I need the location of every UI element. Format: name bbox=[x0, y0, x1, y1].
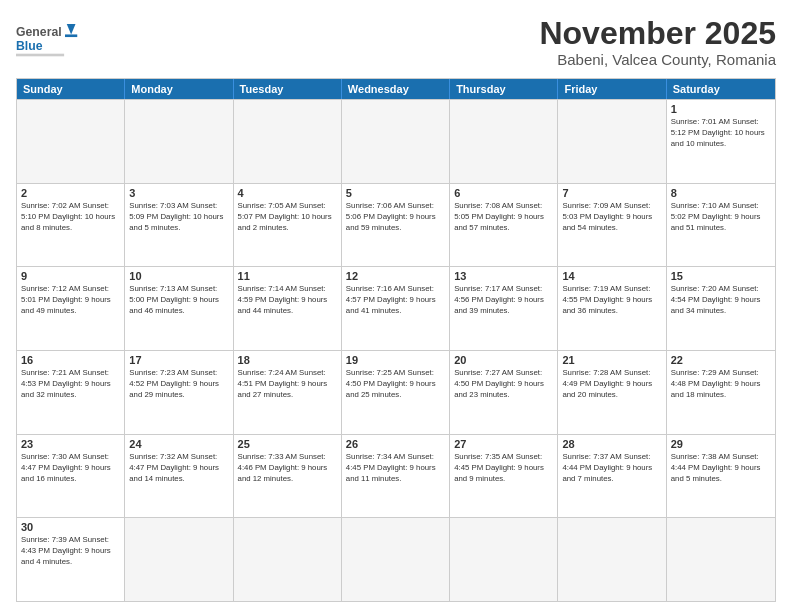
day-number-14: 14 bbox=[562, 270, 661, 282]
day-info-27: Sunrise: 7:35 AM Sunset: 4:45 PM Dayligh… bbox=[454, 452, 553, 485]
calendar-cell-5-0: 30Sunrise: 7:39 AM Sunset: 4:43 PM Dayli… bbox=[17, 518, 125, 601]
day-number-17: 17 bbox=[129, 354, 228, 366]
calendar-cell-3-3: 19Sunrise: 7:25 AM Sunset: 4:50 PM Dayli… bbox=[342, 351, 450, 434]
svg-text:General: General bbox=[16, 25, 62, 39]
day-info-30: Sunrise: 7:39 AM Sunset: 4:43 PM Dayligh… bbox=[21, 535, 120, 568]
page: General Blue November 2025 Babeni, Valce… bbox=[0, 0, 792, 612]
day-info-15: Sunrise: 7:20 AM Sunset: 4:54 PM Dayligh… bbox=[671, 284, 771, 317]
day-number-4: 4 bbox=[238, 187, 337, 199]
day-number-28: 28 bbox=[562, 438, 661, 450]
day-number-29: 29 bbox=[671, 438, 771, 450]
day-info-2: Sunrise: 7:02 AM Sunset: 5:10 PM Dayligh… bbox=[21, 201, 120, 234]
day-info-25: Sunrise: 7:33 AM Sunset: 4:46 PM Dayligh… bbox=[238, 452, 337, 485]
day-info-10: Sunrise: 7:13 AM Sunset: 5:00 PM Dayligh… bbox=[129, 284, 228, 317]
day-info-21: Sunrise: 7:28 AM Sunset: 4:49 PM Dayligh… bbox=[562, 368, 661, 401]
day-info-20: Sunrise: 7:27 AM Sunset: 4:50 PM Dayligh… bbox=[454, 368, 553, 401]
calendar-cell-3-5: 21Sunrise: 7:28 AM Sunset: 4:49 PM Dayli… bbox=[558, 351, 666, 434]
day-number-8: 8 bbox=[671, 187, 771, 199]
calendar-row-0: 1Sunrise: 7:01 AM Sunset: 5:12 PM Daylig… bbox=[17, 99, 775, 183]
day-number-23: 23 bbox=[21, 438, 120, 450]
title-area: November 2025 Babeni, Valcea County, Rom… bbox=[539, 16, 776, 68]
calendar-cell-2-5: 14Sunrise: 7:19 AM Sunset: 4:55 PM Dayli… bbox=[558, 267, 666, 350]
calendar-cell-0-0 bbox=[17, 100, 125, 183]
logo-svg: General Blue bbox=[16, 16, 86, 66]
calendar-cell-5-2 bbox=[234, 518, 342, 601]
calendar-cell-4-3: 26Sunrise: 7:34 AM Sunset: 4:45 PM Dayli… bbox=[342, 435, 450, 518]
day-info-17: Sunrise: 7:23 AM Sunset: 4:52 PM Dayligh… bbox=[129, 368, 228, 401]
calendar-cell-4-5: 28Sunrise: 7:37 AM Sunset: 4:44 PM Dayli… bbox=[558, 435, 666, 518]
day-info-6: Sunrise: 7:08 AM Sunset: 5:05 PM Dayligh… bbox=[454, 201, 553, 234]
header-saturday: Saturday bbox=[667, 79, 775, 99]
calendar-cell-3-6: 22Sunrise: 7:29 AM Sunset: 4:48 PM Dayli… bbox=[667, 351, 775, 434]
day-number-26: 26 bbox=[346, 438, 445, 450]
day-number-7: 7 bbox=[562, 187, 661, 199]
calendar-row-1: 2Sunrise: 7:02 AM Sunset: 5:10 PM Daylig… bbox=[17, 183, 775, 267]
calendar-cell-0-4 bbox=[450, 100, 558, 183]
calendar-cell-1-6: 8Sunrise: 7:10 AM Sunset: 5:02 PM Daylig… bbox=[667, 184, 775, 267]
day-number-12: 12 bbox=[346, 270, 445, 282]
day-number-3: 3 bbox=[129, 187, 228, 199]
header-thursday: Thursday bbox=[450, 79, 558, 99]
calendar-cell-4-4: 27Sunrise: 7:35 AM Sunset: 4:45 PM Dayli… bbox=[450, 435, 558, 518]
day-number-6: 6 bbox=[454, 187, 553, 199]
day-info-3: Sunrise: 7:03 AM Sunset: 5:09 PM Dayligh… bbox=[129, 201, 228, 234]
calendar-cell-5-3 bbox=[342, 518, 450, 601]
calendar-row-5: 30Sunrise: 7:39 AM Sunset: 4:43 PM Dayli… bbox=[17, 517, 775, 601]
day-number-1: 1 bbox=[671, 103, 771, 115]
logo: General Blue bbox=[16, 16, 86, 66]
calendar-cell-1-3: 5Sunrise: 7:06 AM Sunset: 5:06 PM Daylig… bbox=[342, 184, 450, 267]
header: General Blue November 2025 Babeni, Valce… bbox=[16, 16, 776, 68]
day-info-7: Sunrise: 7:09 AM Sunset: 5:03 PM Dayligh… bbox=[562, 201, 661, 234]
day-number-30: 30 bbox=[21, 521, 120, 533]
day-info-29: Sunrise: 7:38 AM Sunset: 4:44 PM Dayligh… bbox=[671, 452, 771, 485]
day-info-4: Sunrise: 7:05 AM Sunset: 5:07 PM Dayligh… bbox=[238, 201, 337, 234]
day-info-12: Sunrise: 7:16 AM Sunset: 4:57 PM Dayligh… bbox=[346, 284, 445, 317]
svg-rect-3 bbox=[65, 34, 77, 37]
calendar-cell-4-2: 25Sunrise: 7:33 AM Sunset: 4:46 PM Dayli… bbox=[234, 435, 342, 518]
day-number-25: 25 bbox=[238, 438, 337, 450]
calendar-header: Sunday Monday Tuesday Wednesday Thursday… bbox=[17, 79, 775, 99]
calendar-cell-5-6 bbox=[667, 518, 775, 601]
day-info-1: Sunrise: 7:01 AM Sunset: 5:12 PM Dayligh… bbox=[671, 117, 771, 150]
day-info-18: Sunrise: 7:24 AM Sunset: 4:51 PM Dayligh… bbox=[238, 368, 337, 401]
calendar-cell-0-2 bbox=[234, 100, 342, 183]
day-number-13: 13 bbox=[454, 270, 553, 282]
calendar-cell-1-0: 2Sunrise: 7:02 AM Sunset: 5:10 PM Daylig… bbox=[17, 184, 125, 267]
svg-marker-2 bbox=[67, 24, 76, 35]
svg-text:Blue: Blue bbox=[16, 39, 43, 53]
calendar-cell-3-4: 20Sunrise: 7:27 AM Sunset: 4:50 PM Dayli… bbox=[450, 351, 558, 434]
calendar-body: 1Sunrise: 7:01 AM Sunset: 5:12 PM Daylig… bbox=[17, 99, 775, 601]
day-info-11: Sunrise: 7:14 AM Sunset: 4:59 PM Dayligh… bbox=[238, 284, 337, 317]
calendar-row-3: 16Sunrise: 7:21 AM Sunset: 4:53 PM Dayli… bbox=[17, 350, 775, 434]
day-info-22: Sunrise: 7:29 AM Sunset: 4:48 PM Dayligh… bbox=[671, 368, 771, 401]
calendar-cell-0-5 bbox=[558, 100, 666, 183]
calendar-cell-3-0: 16Sunrise: 7:21 AM Sunset: 4:53 PM Dayli… bbox=[17, 351, 125, 434]
calendar-cell-2-2: 11Sunrise: 7:14 AM Sunset: 4:59 PM Dayli… bbox=[234, 267, 342, 350]
header-monday: Monday bbox=[125, 79, 233, 99]
calendar-cell-0-1 bbox=[125, 100, 233, 183]
day-info-28: Sunrise: 7:37 AM Sunset: 4:44 PM Dayligh… bbox=[562, 452, 661, 485]
calendar-cell-4-1: 24Sunrise: 7:32 AM Sunset: 4:47 PM Dayli… bbox=[125, 435, 233, 518]
header-tuesday: Tuesday bbox=[234, 79, 342, 99]
day-number-2: 2 bbox=[21, 187, 120, 199]
day-number-21: 21 bbox=[562, 354, 661, 366]
day-info-5: Sunrise: 7:06 AM Sunset: 5:06 PM Dayligh… bbox=[346, 201, 445, 234]
day-number-15: 15 bbox=[671, 270, 771, 282]
calendar-cell-2-4: 13Sunrise: 7:17 AM Sunset: 4:56 PM Dayli… bbox=[450, 267, 558, 350]
day-number-19: 19 bbox=[346, 354, 445, 366]
calendar-row-2: 9Sunrise: 7:12 AM Sunset: 5:01 PM Daylig… bbox=[17, 266, 775, 350]
calendar-cell-3-1: 17Sunrise: 7:23 AM Sunset: 4:52 PM Dayli… bbox=[125, 351, 233, 434]
calendar-row-4: 23Sunrise: 7:30 AM Sunset: 4:47 PM Dayli… bbox=[17, 434, 775, 518]
calendar-cell-5-1 bbox=[125, 518, 233, 601]
calendar-cell-2-1: 10Sunrise: 7:13 AM Sunset: 5:00 PM Dayli… bbox=[125, 267, 233, 350]
calendar-cell-4-0: 23Sunrise: 7:30 AM Sunset: 4:47 PM Dayli… bbox=[17, 435, 125, 518]
calendar-cell-1-5: 7Sunrise: 7:09 AM Sunset: 5:03 PM Daylig… bbox=[558, 184, 666, 267]
calendar-cell-0-3 bbox=[342, 100, 450, 183]
calendar-cell-5-5 bbox=[558, 518, 666, 601]
day-info-14: Sunrise: 7:19 AM Sunset: 4:55 PM Dayligh… bbox=[562, 284, 661, 317]
day-info-16: Sunrise: 7:21 AM Sunset: 4:53 PM Dayligh… bbox=[21, 368, 120, 401]
day-number-5: 5 bbox=[346, 187, 445, 199]
day-number-27: 27 bbox=[454, 438, 553, 450]
calendar-cell-0-6: 1Sunrise: 7:01 AM Sunset: 5:12 PM Daylig… bbox=[667, 100, 775, 183]
day-info-24: Sunrise: 7:32 AM Sunset: 4:47 PM Dayligh… bbox=[129, 452, 228, 485]
